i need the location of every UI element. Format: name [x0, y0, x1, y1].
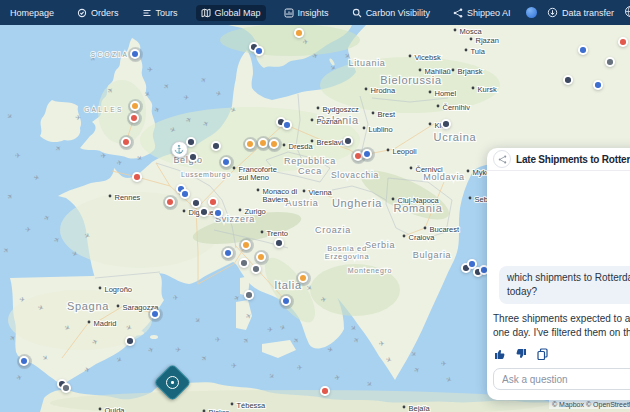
map-label: Slovacchia: [331, 170, 379, 180]
city-dot: [257, 189, 260, 192]
nav-label: Data transfer: [562, 8, 614, 18]
city-dot: [109, 195, 112, 198]
city-dot: [311, 119, 314, 122]
message-actions: [493, 347, 630, 360]
shipment-marker[interactable]: [360, 147, 375, 162]
shipment-marker[interactable]: [292, 26, 307, 41]
shipment-marker[interactable]: [267, 137, 282, 152]
assistant-message: Three shipments expected to arrive today…: [493, 312, 630, 340]
shipment-marker[interactable]: [186, 150, 201, 165]
shipment-marker[interactable]: [279, 294, 294, 309]
shipment-marker[interactable]: [616, 35, 630, 50]
vessel-icon: ✈: [267, 326, 274, 333]
ask-question-input[interactable]: [493, 368, 630, 390]
port-cluster-marker[interactable]: ⚓: [171, 141, 188, 158]
data-transfer-icon: [547, 7, 558, 18]
city-dot: [311, 140, 314, 143]
shipment-marker[interactable]: [239, 238, 254, 253]
shipment-marker[interactable]: [163, 195, 178, 210]
shipment-marker[interactable]: [603, 55, 618, 70]
city-dot: [429, 123, 432, 126]
vessel-icon: ✈: [172, 294, 179, 302]
city-dot: [99, 287, 102, 290]
vessel-icon: ✈: [215, 336, 221, 343]
city-dot: [387, 149, 390, 152]
shipment-marker[interactable]: [130, 170, 145, 185]
map-label: Madrid: [94, 319, 117, 328]
shipment-marker[interactable]: [591, 78, 606, 93]
shipment-marker[interactable]: [296, 271, 311, 286]
shipment-marker[interactable]: [318, 384, 333, 399]
map-label: Černivci: [416, 165, 443, 174]
nav-label: Global Map: [215, 8, 261, 18]
map-label: Spagna: [67, 300, 109, 312]
nav-item-tours[interactable]: Tours: [137, 5, 183, 21]
language-globe-icon[interactable]: [624, 5, 630, 20]
city-dot: [99, 408, 102, 411]
nav-item-homepage[interactable]: Homepage: [5, 5, 59, 21]
shipment-marker[interactable]: [59, 381, 74, 396]
city-dot: [233, 167, 236, 170]
vessel-icon: ✈: [231, 362, 237, 369]
shipment-marker[interactable]: [17, 354, 32, 369]
map-label: Cluj-Napoca: [398, 196, 440, 205]
nav-item-data-transfer[interactable]: Data transfer: [545, 4, 616, 21]
city-dot: [429, 91, 432, 94]
map-label: Brest: [378, 110, 396, 119]
map-label: Vienna: [309, 188, 333, 197]
map-label: Bielorussia: [380, 74, 442, 86]
shipment-marker[interactable]: [209, 139, 224, 154]
city-dot: [467, 170, 470, 173]
thumbs-up-button[interactable]: [493, 347, 507, 360]
map-label: Lussemburgo: [181, 171, 231, 179]
shipment-marker[interactable]: [252, 44, 267, 59]
shipment-marker[interactable]: [439, 117, 454, 132]
shipment-marker[interactable]: [242, 288, 257, 303]
global-map-icon: [201, 8, 211, 18]
city-dot: [392, 198, 395, 201]
city-dot: [88, 321, 91, 324]
thumbs-down-button[interactable]: [514, 347, 528, 360]
shipment-marker[interactable]: [272, 236, 287, 251]
nav-label: Shippeo AI: [467, 8, 511, 18]
map-label: Kursk: [478, 85, 497, 94]
map-attribution[interactable]: © Mapbox © OpenStreetMap: [549, 400, 630, 409]
shipment-marker[interactable]: [561, 73, 576, 88]
map-label: Leopoli: [393, 147, 418, 156]
map-label: Bosnia edErzegovina: [325, 244, 370, 261]
map-label: Ungheria: [332, 197, 382, 209]
shipment-marker[interactable]: [123, 334, 138, 349]
shipment-marker[interactable]: [127, 111, 142, 126]
shipment-marker[interactable]: [249, 262, 264, 277]
chat-header[interactable]: Late Shipments to Rotterdam: [487, 148, 630, 171]
copy-button[interactable]: [535, 347, 549, 360]
map-label: Oujda: [105, 406, 126, 412]
nav-label: Orders: [91, 8, 119, 18]
shipment-marker[interactable]: [197, 205, 212, 220]
shipment-marker[interactable]: [148, 307, 163, 322]
shipment-marker[interactable]: [576, 43, 591, 58]
shipment-marker[interactable]: [221, 246, 236, 261]
nav-item-orders[interactable]: Orders: [72, 5, 124, 21]
user-avatar[interactable]: [526, 7, 537, 18]
shipment-marker[interactable]: [211, 206, 226, 221]
city-dot: [424, 227, 427, 230]
map-label: Tébessa: [237, 401, 267, 410]
map-label: Bulgaria: [413, 250, 452, 260]
chat-body: which shipments to Rotterdam are running…: [487, 171, 630, 400]
shipment-marker[interactable]: [280, 118, 295, 133]
vehicle-icon: [166, 376, 179, 389]
nav-item-global-map[interactable]: Global Map: [196, 5, 266, 21]
map-label: Logroño: [105, 285, 133, 294]
nav-item-insights[interactable]: Insights: [279, 5, 334, 21]
shipment-marker[interactable]: [341, 134, 356, 149]
map-label: Serbia: [365, 240, 395, 250]
shipment-marker[interactable]: [119, 135, 134, 150]
city-dot: [410, 167, 413, 170]
shipment-marker[interactable]: [219, 155, 234, 170]
nav-item-carbon-visibility[interactable]: Carbon Visibility: [347, 5, 435, 21]
map-label: Černihiv: [443, 103, 471, 112]
shipment-marker[interactable]: [128, 47, 143, 62]
vessel-icon: ✈: [175, 346, 182, 354]
nav-item-shippeo-ai[interactable]: Shippeo AI: [448, 5, 516, 21]
